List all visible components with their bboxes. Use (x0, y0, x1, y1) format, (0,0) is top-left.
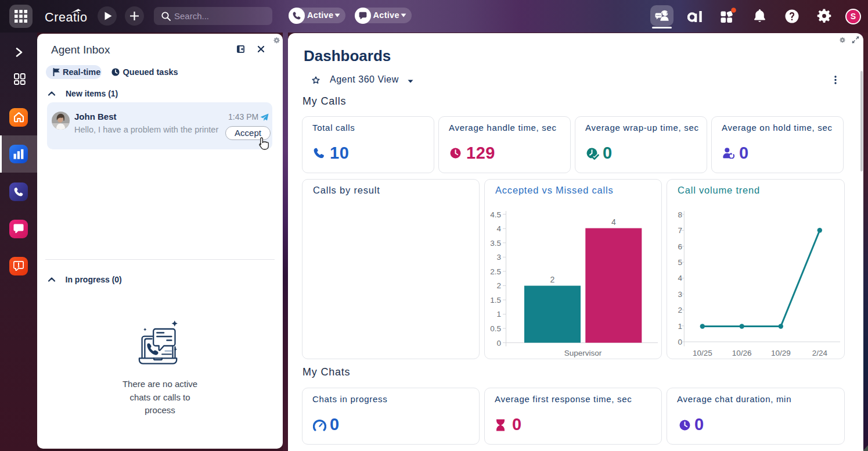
svg-text:4: 4 (496, 224, 501, 233)
svg-text:3: 3 (496, 253, 501, 262)
svg-text:0.5: 0.5 (490, 324, 501, 333)
svg-text:1: 1 (496, 310, 501, 318)
svg-text:4: 4 (611, 217, 616, 227)
svg-text:Supervisor: Supervisor (564, 349, 602, 357)
svg-text:2: 2 (550, 275, 555, 284)
svg-text:1.5: 1.5 (490, 296, 501, 305)
svg-text:0: 0 (496, 339, 501, 348)
svg-text:4.5: 4.5 (490, 210, 501, 219)
svg-text:2.5: 2.5 (490, 267, 501, 276)
svg-text:10/26: 10/26 (732, 349, 752, 357)
svg-text:10/29: 10/29 (771, 349, 791, 357)
svg-text:10/25: 10/25 (693, 349, 712, 357)
svg-text:3.5: 3.5 (490, 239, 501, 248)
svg-text:2/24: 2/24 (812, 349, 828, 357)
svg-text:2: 2 (496, 281, 501, 290)
